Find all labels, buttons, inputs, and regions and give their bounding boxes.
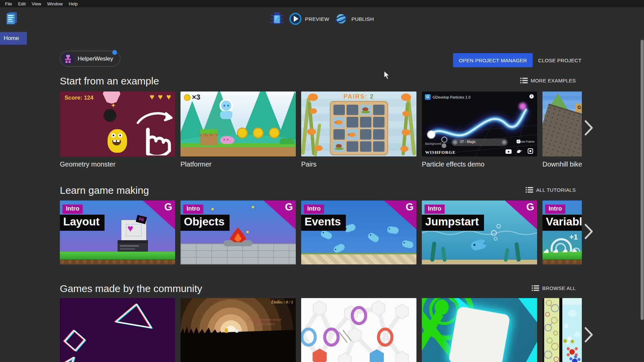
tutorials-next-arrow[interactable] bbox=[584, 223, 594, 241]
tutorial-word: Jumpstart bbox=[422, 215, 484, 231]
pairs-thumbnail: PAIRS: 2 bbox=[301, 92, 416, 156]
example-card-pairs[interactable]: PAIRS: 2 bbox=[301, 92, 416, 168]
fly bbox=[246, 231, 249, 233]
white-square bbox=[448, 306, 510, 362]
list-icon bbox=[520, 78, 528, 83]
more-examples-label: MORE EXAMPLES bbox=[531, 78, 576, 83]
player-character-head bbox=[219, 99, 233, 112]
example-card-platformer[interactable]: ×3 Platformer bbox=[180, 92, 296, 168]
menu-edit[interactable]: Edit bbox=[15, 1, 29, 6]
itch-icon[interactable] bbox=[528, 148, 533, 154]
background-label: Background bbox=[425, 142, 441, 145]
falling-fish bbox=[320, 229, 333, 240]
list-icon bbox=[526, 187, 533, 193]
gdevelop-logo: G bbox=[405, 201, 414, 213]
community-card-1[interactable] bbox=[60, 298, 175, 362]
publish-globe-icon bbox=[334, 12, 348, 25]
vertical-scrollbar[interactable] bbox=[641, 40, 644, 320]
tutorial-card-jumpstart[interactable]: G Intro Jumpstart bbox=[422, 201, 537, 264]
chevron-right-icon[interactable]: › bbox=[502, 140, 507, 145]
username: HelperWesley bbox=[78, 56, 113, 62]
fish-orange bbox=[400, 146, 408, 152]
user-profile-chip[interactable]: HelperWesley bbox=[60, 51, 120, 67]
more-examples-link[interactable]: MORE EXAMPLES bbox=[520, 78, 576, 83]
community-card-2[interactable]: Étoiles : 0 / 1 Tuer les monstres en leu… bbox=[180, 298, 296, 362]
example-card-label: Particle effects demo bbox=[422, 160, 537, 168]
gdevelop-logo: G bbox=[284, 201, 293, 213]
community-card-5[interactable] bbox=[542, 298, 582, 362]
intro-badge: Intro bbox=[425, 205, 445, 214]
variables-thumbnail: G Intro Variables +1 bbox=[542, 201, 582, 264]
plus-one-text: +1 bbox=[569, 233, 578, 242]
bubble bbox=[568, 310, 577, 317]
stars-counter: Étoiles : 0 / 1 bbox=[271, 300, 293, 305]
menu-file[interactable]: File bbox=[2, 1, 15, 6]
notification-dot bbox=[112, 50, 117, 55]
twitter-icon[interactable] bbox=[516, 149, 522, 154]
debug-icon[interactable] bbox=[270, 12, 284, 26]
show-frame-label: Show Frame bbox=[517, 140, 534, 143]
coin bbox=[237, 128, 248, 138]
background-option-filled[interactable] bbox=[442, 143, 446, 148]
fish-orange bbox=[310, 108, 317, 114]
chevron-left-icon[interactable]: ‹ bbox=[453, 140, 457, 145]
fish-orange bbox=[401, 94, 411, 101]
publish-button[interactable]: PUBLISH bbox=[334, 12, 374, 25]
tutorial-card-objects[interactable]: G Intro Objects bbox=[180, 201, 296, 264]
pink-gem bbox=[103, 92, 120, 104]
open-project-manager-button[interactable]: OPEN PROJECT MANAGER bbox=[453, 53, 533, 67]
community-card-3[interactable] bbox=[301, 298, 416, 362]
youtube-icon[interactable] bbox=[506, 149, 512, 154]
hexagon-game-thumbnail bbox=[301, 298, 416, 362]
effect-selector[interactable]: ‹ 07 - Magic › bbox=[451, 139, 508, 146]
coin-icon bbox=[184, 94, 191, 101]
dirt bbox=[542, 259, 582, 264]
platform-block bbox=[200, 129, 217, 145]
browse-all-label: BROWSE ALL bbox=[542, 285, 576, 291]
grass bbox=[542, 252, 582, 259]
browse-all-link[interactable]: BROWSE ALL bbox=[532, 285, 576, 291]
tutorial-word: Variables bbox=[542, 215, 582, 231]
bubble bbox=[574, 332, 580, 337]
example-card-label: Geometry monster bbox=[60, 160, 175, 168]
ground-grass bbox=[180, 143, 296, 147]
example-card-label: Platformer bbox=[180, 160, 296, 168]
background-option-circle[interactable] bbox=[441, 137, 447, 143]
tutorial-card-variables[interactable]: G Intro Variables +1 bbox=[542, 201, 582, 264]
close-project-button[interactable]: CLOSE PROJECT bbox=[536, 53, 583, 67]
example-card-particle-effects[interactable]: G GDevelop Particles 1.0 i Background ‹ … bbox=[422, 92, 537, 168]
fly bbox=[252, 206, 254, 208]
community-next-arrow[interactable] bbox=[584, 327, 594, 344]
all-tutorials-label: ALL TUTORIALS bbox=[536, 187, 576, 193]
info-icon[interactable]: i bbox=[529, 94, 534, 99]
tutorial-card-events[interactable]: G Intro Events bbox=[301, 201, 416, 264]
bomb-spark bbox=[111, 103, 116, 108]
menu-window[interactable]: Window bbox=[44, 1, 66, 6]
menu-view[interactable]: View bbox=[29, 1, 44, 6]
effect-name: 07 - Magic bbox=[460, 140, 476, 144]
fish-orange bbox=[307, 129, 316, 135]
fish-orange bbox=[402, 129, 410, 136]
score-text: Score: 124 bbox=[65, 95, 93, 101]
example-card-geometry-monster[interactable]: Score: 124 ♥ ♥ ♥ bbox=[60, 92, 175, 168]
fish-character bbox=[470, 239, 487, 251]
examples-next-arrow[interactable] bbox=[584, 120, 594, 137]
player-character-body bbox=[220, 111, 232, 119]
downhill-thumbnail: G bbox=[542, 92, 582, 156]
particles-app-title: GDevelop Particles 1.0 bbox=[433, 95, 471, 99]
example-card-downhill-bike[interactable]: G Downhill bike bbox=[542, 92, 582, 168]
bush bbox=[280, 138, 294, 144]
tutorial-card-layout[interactable]: G Intro Layout ♥ Hi bbox=[60, 201, 175, 264]
avatar bbox=[62, 53, 74, 65]
community-card-4[interactable] bbox=[422, 298, 537, 362]
tab-home[interactable]: Home bbox=[0, 32, 27, 45]
menu-bar: File Edit View Window Help bbox=[0, 0, 644, 7]
all-tutorials-link[interactable]: ALL TUTORIALS bbox=[526, 187, 576, 193]
falling-fish bbox=[401, 240, 414, 249]
tutorial-word: Events bbox=[301, 215, 346, 231]
list-icon bbox=[532, 285, 539, 291]
menu-help[interactable]: Help bbox=[66, 1, 81, 6]
coin bbox=[253, 128, 264, 138]
preview-button[interactable]: PREVIEW bbox=[289, 12, 329, 25]
sign-flag: G bbox=[575, 104, 582, 112]
